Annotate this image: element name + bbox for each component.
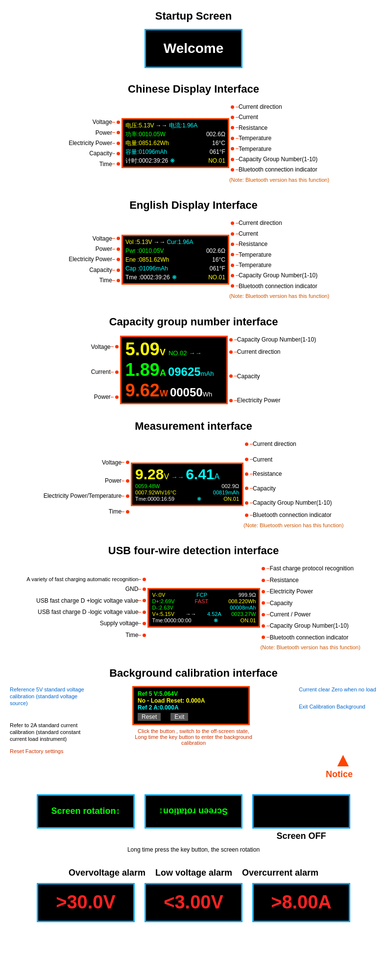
usb-left-4: Supply voltage — [100, 618, 148, 628]
meas-row3-right: 00819mAh — [213, 490, 239, 495]
usb-right-3: Capacity — [260, 598, 292, 608]
cg-right-1: Current direction — [228, 347, 281, 357]
meas-row4-left: Tme:0000:16:59 — [135, 496, 174, 502]
meas-right-labels: Current direction Current Resistance Cap… — [243, 439, 343, 530]
english-right-labels: Current direction Current Resistance Tem… — [229, 218, 329, 300]
en-row1-right: Cur:1.96A — [167, 238, 194, 246]
usb-right-labels: Fast charge protocol recognition Resista… — [260, 564, 360, 652]
page-container: Startup Screen Welcome Chinese Display I… — [0, 0, 387, 932]
usb-left-2: USB fast charge D +logic voltage value — [36, 596, 147, 606]
meas-v-unit: V — [164, 472, 169, 481]
cg-right-3: Electricity Power — [228, 395, 281, 405]
usb-annotated: A variety of fast charging automatic rec… — [5, 564, 382, 652]
meas-v-val: 9.28 — [135, 466, 164, 483]
usb-row1-right: 999.9Ω — [239, 592, 256, 598]
usb-right-0: Fast charge protocol recognition — [260, 564, 353, 573]
cg-arrow: →→ — [189, 349, 201, 357]
en-right-6: Bluetooth connection indicator — [229, 281, 317, 291]
usb-row2-right: 008.220Wh — [228, 598, 256, 604]
lowvoltage-alarm: Low voltage alarm — [155, 868, 232, 878]
alarm-section: Overvoltage alarm Low voltage alarm Over… — [5, 868, 382, 922]
cal-note: Click the button , switch to the off-scr… — [132, 728, 255, 746]
usb-row4-right: 0023.27W — [231, 611, 256, 617]
lowvoltage-value: <3.00V — [164, 892, 223, 913]
usb-row4-mid: 4.52A — [207, 611, 221, 617]
en-left-power: Power — [96, 244, 121, 254]
cg-voltage: 5.09 — [125, 339, 160, 360]
meas-right-0: Current direction — [243, 439, 296, 449]
en-right-0: Current direction — [229, 218, 282, 228]
meas-a-unit: A — [215, 472, 220, 481]
meas-left-power: Power — [105, 476, 131, 486]
lowvoltage-display: <3.00V — [145, 883, 242, 922]
cal-exit-btn[interactable]: Exit — [170, 713, 188, 721]
cg-cap-unit: mAh — [201, 370, 214, 377]
chinese-annotated: Voltage Power Electricity Power Capacity… — [5, 102, 382, 184]
capgroup-title: Capacity group number interface — [109, 316, 278, 328]
usb-row1-left: V-:0V — [152, 592, 165, 598]
cn-right-0: Current direction — [229, 102, 282, 112]
cn-bt: ❋ — [170, 156, 175, 165]
en-left-voltage: Voltage — [93, 234, 121, 244]
cal-title: Background calibration interface — [109, 667, 278, 680]
usb-row3-right: 00008mAh — [230, 605, 256, 611]
meas-left-ep: Electricity Power/Temperature — [44, 491, 131, 501]
usb-section: USB four-wire detection interface A vari… — [5, 544, 382, 652]
cg-cap-val: 09625 — [168, 365, 201, 379]
overcurrent-display: >8.00A — [252, 883, 350, 922]
cal-btn-row: Reset Exit — [138, 713, 244, 721]
cal-row3: Ref 2 A:0.000A — [138, 704, 244, 711]
meas-right-4: Capacity Group Number(1-10) — [243, 498, 332, 508]
rotation-screens: Screen rotation↕ Screen rotation↕ Screen… — [5, 794, 382, 841]
cn-left-ep: Electricity Power — [69, 138, 121, 148]
rotation-normal: Screen rotation↕ — [37, 794, 135, 829]
capgroup-right-labels: Capacity Group Number(1-10) Current dire… — [228, 335, 316, 406]
startup-title: Startup Screen — [155, 10, 232, 23]
cg-right-2: Capacity — [228, 371, 260, 381]
meas-title: Measurement interface — [135, 420, 252, 433]
english-annotated: Voltage Power Electricity Power Capacity… — [5, 218, 382, 300]
meas-row3-left: 0007.92Wh/16°C — [135, 490, 176, 495]
usb-bt: ❋ — [214, 617, 218, 624]
overvoltage-display: >30.0V — [37, 883, 135, 922]
usb-right-2: Electricity Power — [260, 587, 313, 596]
cn-right-7: (Note: Bluetooth version has this functi… — [229, 175, 329, 185]
english-left-labels: Voltage Power Electricity Power Capacity… — [58, 234, 121, 286]
cg-left-current: Current — [91, 367, 120, 377]
meas-cur-val: 6.41 — [186, 466, 214, 483]
cal-right-1: Exit Calibration Background — [299, 703, 377, 710]
en-row5-right: NO.01 — [208, 273, 225, 282]
meas-right-5: Bluetooth connection indicator — [243, 510, 332, 520]
overvoltage-alarm: Overvoltage alarm — [69, 868, 145, 878]
en-right-7: (Note: Bluetooth version has this functi… — [229, 292, 329, 301]
en-right-3: Temperature — [229, 250, 271, 260]
usb-left-0: A variety of fast charging automatic rec… — [26, 576, 147, 583]
en-row1-left: Vol :5.13V — [125, 238, 152, 246]
en-bt: ❋ — [172, 273, 177, 282]
en-row4-right: 061°F — [210, 264, 225, 273]
cg-wh-val: 00050 — [170, 386, 203, 399]
english-lcd: Vol :5.13V →→ Cur:1.96A Pwr :0010.05V 00… — [121, 235, 229, 285]
cn-arrow1: →→ — [156, 121, 168, 130]
en-row3-left: Ene :0851.62Wh — [125, 255, 169, 264]
en-right-5: Capacity Group Number(1-10) — [229, 270, 317, 280]
meas-right-2: Resistance — [243, 469, 282, 479]
rot-screen-normal: Screen rotation↕ — [37, 794, 135, 829]
overcurrent-alarm: Overcurrent alarm — [242, 868, 318, 878]
english-section: English Display Interface Voltage Power … — [5, 199, 382, 300]
cg-left-voltage: Voltage — [91, 342, 120, 352]
cn-row1-right: 电流:1.96A — [169, 121, 198, 130]
rotation-section: Screen rotation↕ Screen rotation↕ Screen… — [5, 794, 382, 853]
chinese-section: Chinese Display Interface Voltage Power … — [5, 83, 382, 184]
overcurrent-value: >8.00A — [271, 892, 332, 913]
cn-right-5: Capacity Group Number(1-10) — [229, 154, 317, 164]
en-left-ep: Electricity Power — [69, 254, 121, 264]
usb-right-6: Bluetooth connection indicator — [260, 633, 348, 642]
meas-row2-right: 002.9Ω — [221, 483, 239, 489]
cal-reset-btn[interactable]: Reset — [138, 713, 161, 721]
cal-left-labels: Reference 5V standard voltage calibratio… — [10, 686, 93, 755]
en-row4-left: Cap :01096mAh — [125, 264, 168, 273]
cal-left-2: Reset Factory settings — [10, 748, 93, 755]
usb-right-4: Current / Power — [260, 610, 311, 619]
usb-right-7: (Note: Bluetooth version has this functi… — [260, 643, 360, 652]
